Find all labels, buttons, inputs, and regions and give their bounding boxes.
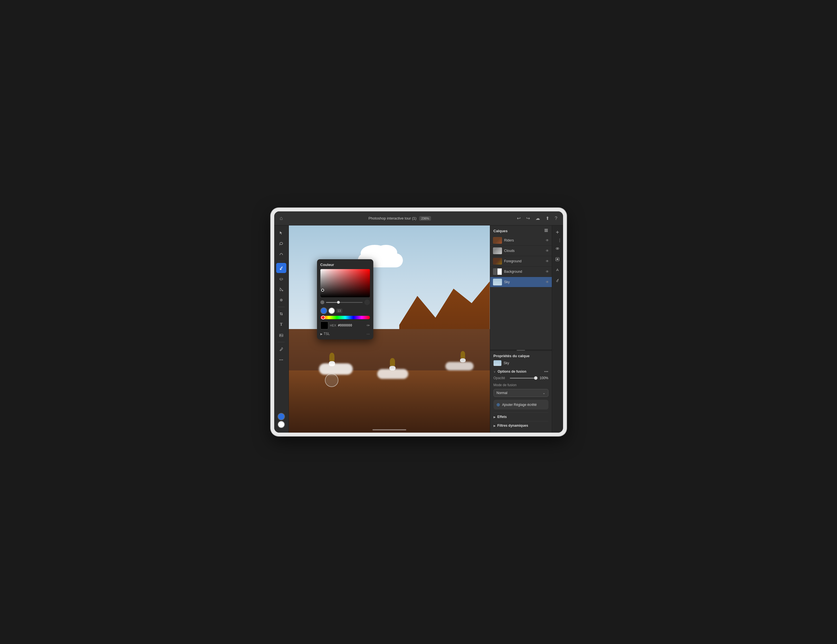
adjustment-add-icon: ⊕	[496, 402, 500, 407]
svg-rect-11	[545, 231, 548, 232]
properties-panel: Propriétés du calque Sky ∨ Options de fu…	[490, 351, 552, 433]
layer-item-background[interactable]: Background 👁	[490, 267, 552, 277]
layer-name-sky: Sky	[504, 280, 543, 284]
layer-item-sky[interactable]: Sky 👁	[490, 277, 552, 287]
mask-button[interactable]	[553, 255, 562, 264]
redo-button[interactable]: ↪	[525, 215, 531, 222]
background-color-swatch[interactable]	[277, 421, 285, 428]
add-adjustment-button[interactable]: ⊕ Ajouter Réglage écrêté	[494, 400, 548, 410]
far-right-toolbar	[552, 225, 563, 433]
dynamic-filters-expand-icon: ▶	[494, 424, 496, 427]
document-title: Photoshop interactive tour (1)	[369, 216, 417, 220]
effects-section[interactable]: ▶ Effets	[494, 412, 548, 421]
eyedropper-icon[interactable]: ✑	[366, 323, 370, 328]
layer-visibility-background[interactable]: 👁	[546, 270, 549, 274]
add-layer-button[interactable]	[553, 228, 562, 237]
brush-size-track[interactable]	[326, 302, 363, 303]
cloud-button[interactable]: ☁	[534, 215, 541, 222]
settings-button[interactable]	[553, 265, 562, 274]
effects-expand-icon: ▶	[494, 415, 496, 419]
svg-point-5	[282, 290, 283, 291]
layer-visibility-clouds[interactable]: 👁	[546, 249, 549, 253]
fill-tool[interactable]	[276, 284, 286, 294]
properties-layer-name: Sky	[504, 361, 509, 365]
opacity-label: Opacité	[494, 376, 508, 380]
more-icon[interactable]: ···	[366, 331, 370, 336]
foreground-color-swatch[interactable]	[277, 413, 285, 420]
svg-line-1	[279, 244, 280, 245]
bg-swatch[interactable]	[328, 307, 335, 314]
blend-mode-select[interactable]: Normal ⌄	[494, 389, 548, 397]
eraser-tool[interactable]	[276, 274, 286, 284]
layer-visibility-riders[interactable]: 👁	[546, 238, 549, 243]
eyedropper-tool[interactable]	[276, 344, 286, 354]
top-bar-left: ⌂	[279, 214, 284, 222]
tsl-label[interactable]: TSL	[324, 332, 330, 336]
fg-swatch[interactable]	[320, 307, 327, 314]
home-button[interactable]: ⌂	[279, 214, 284, 222]
layer-item-clouds[interactable]: Clouds 👁	[490, 246, 552, 256]
layer-visibility-sky[interactable]: 👁	[546, 280, 549, 284]
layer-visibility-foreground[interactable]: 👁	[546, 259, 549, 263]
layer-thumb-foreground	[493, 258, 502, 265]
help-button[interactable]: ?	[554, 215, 558, 222]
properties-title: Propriétés du calque	[494, 354, 548, 358]
visibility-button[interactable]	[553, 244, 562, 253]
color-picker-popup: Couleur	[317, 259, 373, 339]
select-tool[interactable]	[276, 228, 286, 238]
top-bar: ⌂ Photoshop interactive tour (1) 236% ↩ …	[274, 211, 563, 225]
opacity-row: Opacité 100%	[494, 376, 548, 380]
adjustment-label: Ajouter Réglage écrêté	[502, 403, 537, 407]
canvas-area[interactable]: Couleur	[289, 225, 490, 433]
large-brush-icon	[364, 300, 370, 305]
blend-mode-label-row: Mode de fusion	[494, 382, 548, 387]
hex-row: HEX #000000	[330, 323, 352, 327]
layer-name-background: Background	[504, 270, 543, 274]
blend-mode-chevron-icon: ⌄	[543, 391, 545, 395]
main-layout: T •••	[274, 225, 563, 433]
undo-button[interactable]: ↩	[516, 215, 522, 222]
hex-value[interactable]: #000000	[338, 323, 352, 327]
gradient-cursor	[321, 289, 324, 292]
brush-tool[interactable]	[276, 263, 286, 273]
image-tool[interactable]	[276, 330, 286, 340]
dynamic-filters-section[interactable]: ▶ Filtres dynamiques	[494, 421, 548, 430]
opacity-slider[interactable]	[510, 378, 537, 379]
rider-2-group	[389, 358, 396, 370]
rider-3-group	[460, 351, 466, 362]
fusion-more-icon[interactable]: •••	[544, 369, 548, 374]
svg-rect-3	[280, 279, 283, 280]
top-bar-center: Photoshop interactive tour (1) 236%	[284, 216, 515, 221]
more-tools-button[interactable]: •••	[276, 355, 286, 365]
fusion-collapse-arrow[interactable]: ∨	[494, 370, 496, 373]
opacity-fill	[510, 378, 537, 379]
crop-tool[interactable]	[276, 309, 286, 319]
layer-list: Riders 👁 Clouds 👁 Foreground 👁	[490, 235, 552, 349]
heal-tool[interactable]	[276, 295, 286, 305]
canvas-brush-cursor	[325, 374, 338, 387]
brush-settings-button[interactable]	[553, 276, 562, 285]
layer-item-foreground[interactable]: Foreground 👁	[490, 256, 552, 267]
freeform-tool[interactable]	[276, 249, 286, 259]
lasso-tool[interactable]	[276, 238, 286, 249]
properties-layer-row: Sky	[494, 360, 548, 366]
left-toolbar: T •••	[274, 225, 289, 433]
cloud-bottom-3	[445, 362, 474, 370]
share-button[interactable]: ⬆	[545, 215, 550, 222]
color-gradient-box[interactable]	[320, 269, 370, 297]
type-tool[interactable]: T	[276, 320, 286, 329]
toolbar-separator-2	[278, 307, 285, 307]
color-swatches	[277, 413, 285, 430]
current-color-swatch[interactable]	[320, 321, 328, 329]
hue-slider[interactable]	[320, 316, 370, 319]
divider-handle[interactable]	[517, 350, 525, 351]
effects-title: Effets	[497, 415, 507, 419]
toolbar-separator-1	[278, 261, 285, 261]
opacity-value: 100%	[540, 376, 548, 380]
layer-name-foreground: Foreground	[504, 259, 543, 263]
layer-thumb-riders	[493, 237, 502, 244]
right-panel: Calques Riders 👁	[490, 225, 552, 433]
layer-item-riders[interactable]: Riders 👁	[490, 235, 552, 246]
zoom-level[interactable]: 236%	[419, 216, 431, 221]
size-badge: 13	[336, 308, 342, 313]
